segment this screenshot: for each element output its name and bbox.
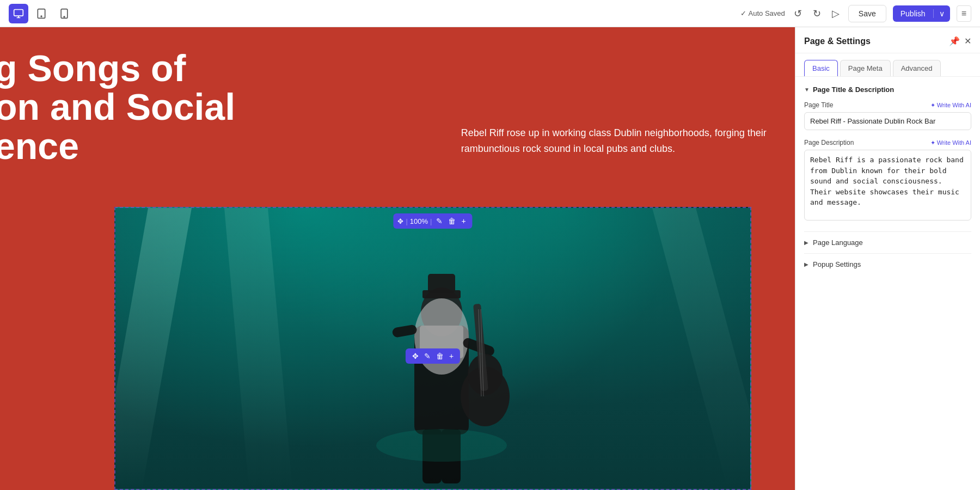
image-toolbar[interactable]: ✥ | 100% | ✎ 🗑 + xyxy=(393,213,472,229)
element-toolbar[interactable]: ✥ ✎ 🗑 + xyxy=(406,348,460,364)
device-desktop-btn[interactable] xyxy=(9,4,28,23)
svg-point-4 xyxy=(64,16,65,17)
hero-title-line3: ence xyxy=(0,127,437,166)
tab-page-meta[interactable]: Page Meta xyxy=(840,60,891,76)
canvas: g Songs of on and Social ence Rebel Riff… xyxy=(0,27,795,490)
tab-advanced[interactable]: Advanced xyxy=(893,60,941,76)
popup-settings-section: ▶ Popup Settings xyxy=(804,253,971,275)
popup-section-title: Popup Settings xyxy=(813,260,861,268)
svg-point-20 xyxy=(376,429,507,462)
separator-1: | xyxy=(406,217,407,225)
page-desc-textarea[interactable]: Rebel Riff is a passionate rock band fro… xyxy=(804,150,971,220)
section-page-title-desc[interactable]: ▼ Page Title & Description xyxy=(804,85,971,94)
panel-content: ▼ Page Title & Description Page Title ✦ … xyxy=(795,77,980,490)
hero-subtitle: Rebel Riff rose up in working class Dubl… xyxy=(461,54,795,157)
panel-tabs: Basic Page Meta Advanced xyxy=(795,53,980,77)
language-section-title: Page Language xyxy=(813,238,863,247)
publish-label: Publish xyxy=(893,9,933,18)
field-label-row-desc: Page Description ✦ Write With AI xyxy=(804,139,971,146)
element-delete-btn[interactable]: 🗑 xyxy=(434,351,446,362)
redo-button[interactable]: ↻ xyxy=(811,5,823,22)
page-language-section: ▶ Page Language xyxy=(804,231,971,253)
page-desc-label: Page Description xyxy=(804,139,854,146)
move-icon: ✥ xyxy=(397,217,403,225)
auto-saved-label: Auto Saved xyxy=(749,9,785,17)
hero-title-line2: on and Social xyxy=(0,88,437,126)
save-button[interactable]: Save xyxy=(848,5,886,22)
device-tablet-btn[interactable] xyxy=(32,4,51,23)
popup-arrow-icon: ▶ xyxy=(804,261,808,267)
page-title-label: Page Title xyxy=(804,101,833,109)
field-label-row-title: Page Title ✦ Write With AI xyxy=(804,101,971,109)
toolbar-left xyxy=(9,4,74,23)
separator-2: | xyxy=(430,217,432,225)
hero-text-area: g Songs of on and Social ence xyxy=(0,27,437,187)
tab-basic[interactable]: Basic xyxy=(804,60,838,76)
write-with-ai-desc-btn[interactable]: ✦ Write With AI xyxy=(930,139,971,146)
main-area: g Songs of on and Social ence Rebel Riff… xyxy=(0,27,980,490)
image-add-btn[interactable]: + xyxy=(459,216,468,226)
language-arrow-icon: ▶ xyxy=(804,240,808,246)
image-delete-btn[interactable]: 🗑 xyxy=(446,216,458,226)
page-language-header[interactable]: ▶ Page Language xyxy=(804,238,971,247)
page-desc-field-group: Page Description ✦ Write With AI Rebel R… xyxy=(804,139,971,223)
menu-button[interactable]: ≡ xyxy=(957,5,971,22)
svg-point-2 xyxy=(41,16,42,17)
page-title-input[interactable] xyxy=(804,112,971,130)
undo-button[interactable]: ↺ xyxy=(792,5,804,22)
hero-subtitle-text: Rebel Riff rose up in working class Dubl… xyxy=(461,125,795,157)
page-title-field-group: Page Title ✦ Write With AI xyxy=(804,101,971,130)
panel-title: Page & Settings xyxy=(804,36,871,46)
write-with-ai-title-btn[interactable]: ✦ Write With AI xyxy=(930,102,971,109)
svg-rect-11 xyxy=(391,324,417,338)
publish-chevron-icon[interactable]: ∨ xyxy=(933,9,950,18)
toolbar-right: ✓ Auto Saved ↺ ↻ ▷ Save Publish ∨ ≡ xyxy=(740,5,971,22)
panel-close-btn[interactable]: ✕ xyxy=(964,36,971,46)
section-title-label: Page Title & Description xyxy=(813,85,894,94)
panel-header: Page & Settings 📌 ✕ xyxy=(795,27,980,53)
toolbar: ✓ Auto Saved ↺ ↻ ▷ Save Publish ∨ ≡ xyxy=(0,0,980,27)
panel-pin-btn[interactable]: 📌 xyxy=(949,36,960,46)
device-mobile-btn[interactable] xyxy=(54,4,74,23)
svg-rect-10 xyxy=(428,274,455,293)
preview-button[interactable]: ▷ xyxy=(830,5,842,22)
hero-section: g Songs of on and Social ence Rebel Riff… xyxy=(0,27,795,490)
section-arrow-icon: ▼ xyxy=(804,87,810,93)
element-edit-btn[interactable]: ✎ xyxy=(422,351,433,362)
popup-settings-header[interactable]: ▶ Popup Settings xyxy=(804,260,971,268)
element-move-btn[interactable]: ✥ xyxy=(410,351,421,362)
image-edit-btn[interactable]: ✎ xyxy=(434,216,445,226)
canvas-image-area[interactable]: ✥ | 100% | ✎ 🗑 + ✥ ✎ 🗑 + xyxy=(114,207,751,490)
auto-saved-status: ✓ Auto Saved xyxy=(740,9,785,17)
svg-rect-0 xyxy=(14,9,23,16)
right-panel: Page & Settings 📌 ✕ Basic Page Meta Adva… xyxy=(795,27,980,490)
hero-title: g Songs of on and Social ence xyxy=(0,49,437,166)
publish-button[interactable]: Publish ∨ xyxy=(893,5,950,22)
hero-title-line1: g Songs of xyxy=(0,49,437,88)
zoom-label: 100% xyxy=(410,217,428,225)
check-icon: ✓ xyxy=(740,9,746,17)
panel-header-icons: 📌 ✕ xyxy=(949,36,971,46)
element-add-btn[interactable]: + xyxy=(447,351,456,362)
